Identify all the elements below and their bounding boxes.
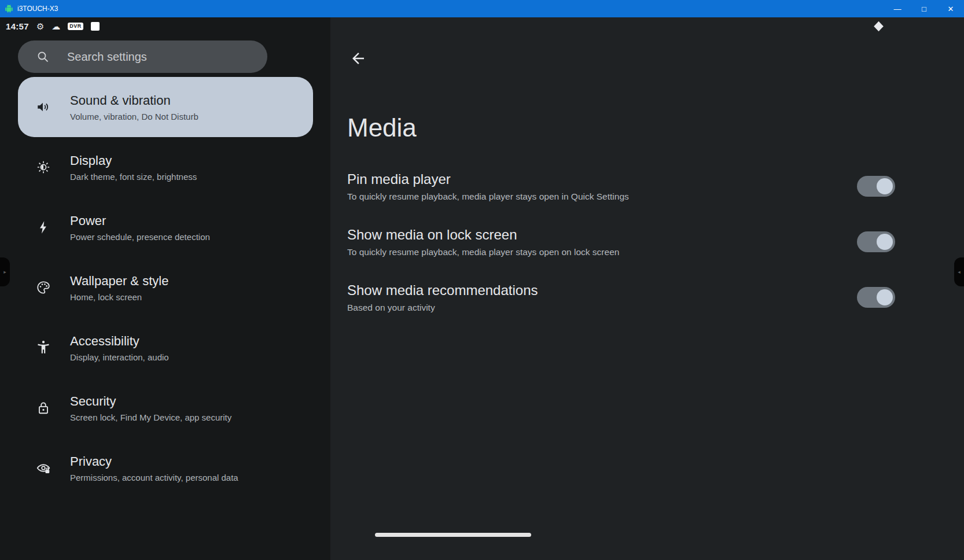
window-titlebar: i3TOUCH-X3 — □ ✕ <box>0 0 964 17</box>
arrow-back-icon <box>349 50 367 67</box>
sidebar-item-description: Dark theme, font size, brightness <box>70 172 197 182</box>
sidebar-item-label: Accessibility <box>70 334 169 349</box>
sidebar-item-description: Volume, vibration, Do Not Disturb <box>70 112 198 121</box>
privacy-eye-icon <box>36 460 51 476</box>
display-brightness-icon <box>36 160 51 175</box>
sidebar-item-description: Home, lock screen <box>70 292 168 302</box>
setting-label: Show media on lock screen <box>347 227 619 243</box>
sidebar-item-wallpaper-style[interactable]: Wallpaper & style Home, lock screen <box>18 257 313 318</box>
settings-menu: Sound & vibration Volume, vibration, Do … <box>0 77 330 498</box>
settings-list: Pin media player To quickly resume playb… <box>347 171 895 338</box>
sidebar-item-privacy[interactable]: Privacy Permissions, account activity, p… <box>18 438 313 498</box>
right-edge-panel-handle[interactable]: ◂ <box>954 257 964 286</box>
power-bolt-icon <box>36 220 51 235</box>
clock: 14:57 <box>6 21 29 31</box>
sidebar-item-label: Sound & vibration <box>70 93 198 108</box>
sidebar-item-label: Wallpaper & style <box>70 274 168 289</box>
search-bar[interactable] <box>18 40 267 73</box>
toggle-thumb <box>877 234 893 250</box>
gesture-navigation-bar[interactable] <box>375 533 531 537</box>
dvr-badge-icon: DVR <box>68 23 83 30</box>
sidebar-item-description: Power schedule, presence detection <box>70 232 210 242</box>
pin-media-player-toggle[interactable] <box>857 176 895 197</box>
network-diamond-icon <box>873 20 885 32</box>
status-bar: 14:57 ⚙ ☁ DVR <box>0 17 330 35</box>
settings-sidebar: 14:57 ⚙ ☁ DVR Sound & vibration <box>0 17 330 560</box>
android-app-icon <box>5 5 13 13</box>
setting-label: Pin media player <box>347 171 629 187</box>
maximize-button[interactable]: □ <box>911 0 937 17</box>
sidebar-item-sound-vibration[interactable]: Sound & vibration Volume, vibration, Do … <box>18 77 313 137</box>
volume-icon <box>36 100 51 115</box>
accessibility-person-icon <box>36 340 51 355</box>
setting-row-pin-media-player: Pin media player To quickly resume playb… <box>347 171 895 227</box>
toggle-thumb <box>877 178 893 194</box>
setting-description: Based on your activity <box>347 303 538 313</box>
close-button[interactable]: ✕ <box>937 0 964 17</box>
sidebar-item-display[interactable]: Display Dark theme, font size, brightnes… <box>18 137 313 197</box>
sidebar-item-description: Permissions, account activity, personal … <box>70 473 238 482</box>
chevron-left-icon: ◂ <box>958 269 961 275</box>
setting-description: To quickly resume playback, media player… <box>347 191 629 202</box>
setting-description: To quickly resume playback, media player… <box>347 247 619 257</box>
sidebar-item-label: Power <box>70 213 210 229</box>
sidebar-item-description: Screen lock, Find My Device, app securit… <box>70 412 231 422</box>
window-title: i3TOUCH-X3 <box>17 5 58 13</box>
sidebar-item-accessibility[interactable]: Accessibility Display, interaction, audi… <box>18 318 313 378</box>
setting-label: Show media recommendations <box>347 282 538 299</box>
sidebar-item-label: Display <box>70 153 197 168</box>
page-title: Media <box>347 113 417 142</box>
minimize-button[interactable]: — <box>884 0 911 17</box>
chevron-right-icon: ▸ <box>3 269 6 275</box>
sidebar-item-description: Display, interaction, audio <box>70 352 169 362</box>
android-screen: 14:57 ⚙ ☁ DVR Sound & vibration <box>0 17 964 560</box>
media-settings-panel: Media Pin media player To quickly resume… <box>330 17 964 560</box>
titlebar-left: i3TOUCH-X3 <box>5 5 58 13</box>
back-button[interactable] <box>347 47 369 69</box>
left-edge-panel-handle[interactable]: ▸ <box>0 257 10 286</box>
show-media-recommendations-toggle[interactable] <box>857 287 895 308</box>
search-icon <box>36 50 50 64</box>
sidebar-item-power[interactable]: Power Power schedule, presence detection <box>18 197 313 257</box>
gear-icon: ⚙ <box>36 22 44 31</box>
lock-icon <box>36 400 51 415</box>
app-window: i3TOUCH-X3 — □ ✕ 14:57 ⚙ ☁ DVR <box>0 0 964 560</box>
sidebar-item-label: Privacy <box>70 454 238 469</box>
sidebar-item-label: Security <box>70 394 231 409</box>
search-input[interactable] <box>67 50 257 64</box>
palette-icon <box>36 280 51 295</box>
setting-row-show-media-recommendations: Show media recommendations Based on your… <box>347 282 895 338</box>
show-media-lock-screen-toggle[interactable] <box>857 231 895 252</box>
cloud-icon: ☁ <box>51 22 60 31</box>
setting-row-show-media-lock-screen: Show media on lock screen To quickly res… <box>347 227 895 282</box>
app-square-icon <box>91 22 100 31</box>
toggle-thumb <box>877 289 893 305</box>
sidebar-item-security[interactable]: Security Screen lock, Find My Device, ap… <box>18 378 313 438</box>
window-controls: — □ ✕ <box>884 0 964 17</box>
